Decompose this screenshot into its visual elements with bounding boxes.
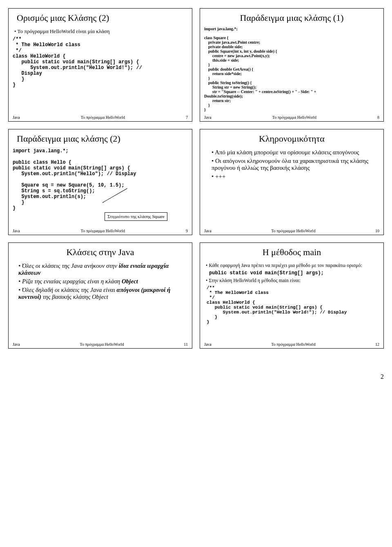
footer-page: 12 [375, 342, 379, 347]
slide-title: Ορισμός μιας Κλάσης (2) [17, 13, 188, 23]
footer-page: 7 [186, 115, 188, 120]
slide-footer: Java Το πρόγραμμα HelloWorld 8 [204, 114, 379, 120]
slide-footer: Java Το πρόγραμμα HelloWorld 12 [204, 341, 379, 347]
slide-title: Παράδειγμα μιας κλάσης (2) [17, 133, 188, 144]
page-number: 2 [8, 373, 384, 380]
slide-title: Κληρονομικότητα [204, 133, 379, 144]
footer-center: Το πρόγραμμα HelloWorld [81, 115, 125, 120]
bullet-text: Ρίζα της ενιαίας ιεραρχίας είναι η κλάση… [18, 278, 184, 285]
slide-10: Κληρονομικότητα Από μία κλάση μπορούμε ν… [200, 129, 384, 235]
bullet-text: Κάθε εφαρμογή Java πρέπει να περιέχει μι… [206, 262, 379, 269]
bullet-text: Όλες οι κλάσεις της Java ανήκουν στην ίδ… [18, 262, 184, 276]
bullet-text: Από μία κλάση μπορούμε να ορίσουμε κλάσε… [212, 149, 374, 156]
callout-box: Στιγμιότυπο της κλάσης Square [105, 212, 167, 221]
slide-footer: Java Το πρόγραμμα HelloWorld 7 [13, 114, 188, 120]
slide-grid: Ορισμός μιας Κλάσης (2) Το πρόγραμμα Hel… [8, 8, 384, 349]
slide-footer: Java Το πρόγραμμα HelloWorld 9 [13, 228, 188, 233]
footer-left: Java [13, 229, 20, 233]
slide-title: Η μέθοδος main [204, 247, 379, 258]
slide-footer: Java Το πρόγραμμα HelloWorld 11 [13, 341, 188, 347]
slide-12: Η μέθοδος main Κάθε εφαρμογή Java πρέπει… [200, 242, 384, 349]
slide-11: Κλάσεις στην Java Όλες οι κλάσεις της Ja… [8, 242, 192, 349]
footer-center: Το πρόγραμμα HelloWorld [80, 342, 124, 347]
footer-left: Java [204, 115, 212, 120]
slide-title: Παράδειγμα μιας κλάσης (1) [204, 13, 379, 23]
code-block: /** * The HelloWorld class */ class Hell… [207, 285, 379, 325]
slide-9: Παράδειγμα μιας κλάσης (2) import java.l… [8, 129, 192, 235]
footer-left: Java [204, 342, 212, 347]
code-block: import java.lang.*; class Square { priva… [204, 27, 379, 112]
footer-center: Το πρόγραμμα HelloWorld [272, 115, 316, 120]
bullet-text: +++ [212, 173, 374, 180]
bullet-text: Οι απόγονοι κληρονομούν όλα τα χαρακτηρι… [212, 158, 374, 171]
bullet-text: Όλες δηλαδή οι κλάσεις της Java είναι απ… [18, 287, 184, 300]
footer-left: Java [13, 115, 20, 120]
footer-center: Το πρόγραμμα HelloWorld [271, 342, 315, 347]
bullet-text: Το πρόγραμμα HelloWorld είναι μία κλάση [14, 28, 188, 35]
slide-footer: Java Το πρόγραμμα HelloWorld 10 [204, 228, 379, 233]
text-span: Όλες οι κλάσεις της Java ανήκουν στην [22, 262, 119, 269]
slide-7: Ορισμός μιας Κλάσης (2) Το πρόγραμμα Hel… [8, 8, 192, 122]
text-span: Όλες δηλαδή οι κλάσεις της Java είναι [22, 287, 117, 293]
slide-title: Κλάσεις στην Java [13, 247, 188, 258]
bullet-text: Στην κλάση HelloWorld η μέθοδος main είν… [206, 278, 379, 284]
footer-center: Το πρόγραμμα HelloWorld [271, 229, 315, 233]
footer-left: Java [13, 342, 20, 347]
footer-center: Το πρόγραμμα HelloWorld [81, 229, 125, 233]
footer-left: Java [204, 229, 212, 233]
footer-page: 9 [186, 229, 188, 233]
text-span: της βασικής κλάσης Object [41, 294, 108, 300]
footer-page: 11 [184, 342, 188, 347]
code-line: public static void main(String[] args); [209, 270, 379, 276]
footer-page: 8 [377, 115, 379, 120]
text-span: Ρίζα της ενιαίας ιεραρχίας είναι η κλάση [22, 278, 122, 285]
code-block: /** * The HelloWorld class */ class Hell… [13, 36, 188, 88]
slide-8: Παράδειγμα μιας κλάσης (1) import java.l… [200, 8, 384, 122]
footer-page: 10 [375, 229, 379, 233]
code-block: import java.lang.*; public class Hello {… [13, 148, 188, 211]
text-span-bold: Object [122, 278, 138, 285]
